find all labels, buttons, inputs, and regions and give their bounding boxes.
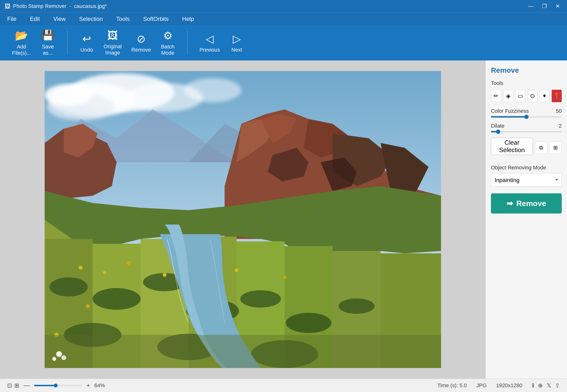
save-as-button[interactable]: 💾 Save as... xyxy=(36,27,60,58)
add-files-icon: 📂 xyxy=(15,29,28,42)
copy-icon-btn[interactable]: ⧉ xyxy=(535,141,547,154)
remove-button[interactable]: ⊘ Remove xyxy=(127,30,156,56)
color-fuzziness-thumb[interactable] xyxy=(524,115,529,119)
app-icon: 🖼 xyxy=(5,3,11,10)
canvas-area[interactable] xyxy=(0,60,485,378)
color-fuzziness-value: 50 xyxy=(556,108,562,114)
remove-button-label: Remove xyxy=(516,199,546,208)
svg-point-5 xyxy=(45,84,93,106)
batch-mode-button[interactable]: ⚙ Batch Mode xyxy=(156,27,180,58)
minimize-button[interactable]: — xyxy=(526,2,536,10)
dilate-track[interactable] xyxy=(491,131,562,132)
pin-icon: 📍 xyxy=(553,93,560,99)
clear-selection-button[interactable]: Clear Selection xyxy=(491,138,533,155)
separator-1 xyxy=(67,31,67,55)
previous-button[interactable]: ◁ Previous xyxy=(195,30,225,56)
zoom-percent: 64% xyxy=(94,382,105,389)
object-removing-mode-label: Object Removing Mode xyxy=(491,165,562,171)
status-bar: ⊡ ⊞ — + 64% Time (s): 5.0 JPG 1920x1280 … xyxy=(0,378,567,392)
add-files-label: Add File(s)... xyxy=(12,44,31,56)
menu-bar: File Edit View Selection Tools SoftOrbit… xyxy=(0,13,567,25)
share-icon[interactable]: ⇧ xyxy=(555,382,560,389)
next-label: Next xyxy=(231,47,242,53)
menu-selection[interactable]: Selection xyxy=(77,14,105,24)
svg-point-40 xyxy=(103,271,106,274)
dilate-thumb[interactable] xyxy=(496,129,500,134)
zoom-out-button[interactable]: — xyxy=(22,382,32,389)
color-fuzziness-track[interactable] xyxy=(491,116,562,118)
undo-icon: ↩ xyxy=(82,33,91,45)
original-image-button[interactable]: 🖼 Original Image xyxy=(99,27,127,58)
color-fuzziness-row: Color Fuzziness 50 xyxy=(491,108,562,118)
paste-icon-btn[interactable]: ⊞ xyxy=(549,141,562,154)
previous-icon: ◁ xyxy=(206,33,214,45)
previous-label: Previous xyxy=(199,47,220,53)
svg-point-47 xyxy=(86,304,90,308)
pin-tool-btn[interactable]: 📍 xyxy=(552,90,562,102)
remove-icon: ⊘ xyxy=(137,33,146,45)
menu-help[interactable]: Help xyxy=(180,14,196,24)
menu-softorbits[interactable]: SoftOrbits xyxy=(141,14,171,24)
remove-action-button[interactable]: ➡ Remove xyxy=(491,193,562,213)
magic-wand-tool-btn[interactable]: ✦ xyxy=(539,90,550,102)
menu-tools[interactable]: Tools xyxy=(114,14,132,24)
next-icon: ▷ xyxy=(233,33,241,45)
eraser-icon: ◈ xyxy=(506,93,510,99)
twitter-icon[interactable]: 𝕏 xyxy=(547,382,551,389)
svg-point-6 xyxy=(184,78,241,102)
eraser-tool-btn[interactable]: ◈ xyxy=(503,90,513,102)
dilate-label: Dilate xyxy=(491,123,504,129)
remove-label: Remove xyxy=(131,47,151,53)
remove-arrow-icon: ➡ xyxy=(507,199,513,208)
status-right: Time (s): 5.0 JPG 1920x1280 ℹ ⊕ 𝕏 ⇧ xyxy=(438,382,560,389)
softorbits-icon[interactable]: ⊕ xyxy=(538,382,543,389)
inpainting-dropdown[interactable]: Inpainting Content-Aware Fill Smart Fill xyxy=(491,173,562,187)
file-name: caucasus.jpg* xyxy=(74,3,107,9)
rectangle-tool-btn[interactable]: ▭ xyxy=(515,90,525,102)
panel-title: Remove xyxy=(491,66,562,74)
dilate-row: Dilate 2 xyxy=(491,123,562,132)
batch-mode-icon: ⚙ xyxy=(163,29,172,42)
dimensions-label: 1920x1280 xyxy=(496,382,522,389)
title-bar: 🖼 Photo Stamp Remover - caucasus.jpg* — … xyxy=(0,0,567,13)
toolbar: 📂 Add File(s)... 💾 Save as... ↩ Undo 🖼 O… xyxy=(0,25,567,60)
svg-point-33 xyxy=(240,290,281,308)
svg-point-35 xyxy=(339,298,375,314)
copy-icon: ⧉ xyxy=(539,145,543,151)
svg-point-50 xyxy=(61,355,66,360)
svg-point-39 xyxy=(79,266,83,270)
svg-point-30 xyxy=(93,288,141,310)
zoom-slider-fill xyxy=(34,385,56,386)
lasso-tool-btn[interactable]: ⊙ xyxy=(527,90,538,102)
magic-wand-icon: ✦ xyxy=(542,93,547,99)
pencil-tool-btn[interactable]: ✏ xyxy=(491,90,501,102)
restore-button[interactable]: ❐ xyxy=(540,2,549,10)
undo-button[interactable]: ↩ Undo xyxy=(75,30,99,56)
original-image-icon: 🖼 xyxy=(107,29,118,42)
rectangle-icon: ▭ xyxy=(518,93,523,99)
separator-2 xyxy=(187,31,187,55)
menu-file[interactable]: File xyxy=(5,14,19,24)
menu-view[interactable]: View xyxy=(51,14,68,24)
app-name: Photo Stamp Remover xyxy=(13,3,67,9)
next-button[interactable]: ▷ Next xyxy=(225,30,249,56)
svg-point-44 xyxy=(235,268,239,272)
svg-point-41 xyxy=(127,261,131,265)
close-button[interactable]: ✕ xyxy=(553,2,562,10)
svg-point-49 xyxy=(56,351,62,357)
zoom-slider-thumb[interactable] xyxy=(54,384,57,387)
format-label: JPG xyxy=(476,382,487,389)
zoom-slider-track[interactable] xyxy=(34,385,82,386)
right-panel: Remove Tools ✏ ◈ ▭ ⊙ ✦ 📍 xyxy=(485,60,567,378)
batch-mode-label: Batch Mode xyxy=(161,44,174,56)
info-icon[interactable]: ℹ xyxy=(532,382,534,389)
undo-label: Undo xyxy=(80,47,93,53)
menu-edit[interactable]: Edit xyxy=(28,14,42,24)
zoom-in-button[interactable]: + xyxy=(85,382,92,389)
fit-window-icon[interactable]: ⊡ xyxy=(7,382,12,389)
time-label: Time (s): 5.0 xyxy=(438,382,467,389)
add-files-button[interactable]: 📂 Add File(s)... xyxy=(7,27,36,58)
original-image-label: Original Image xyxy=(103,43,122,56)
status-icons: ℹ ⊕ 𝕏 ⇧ xyxy=(532,382,560,389)
actual-size-icon[interactable]: ⊞ xyxy=(14,382,19,389)
